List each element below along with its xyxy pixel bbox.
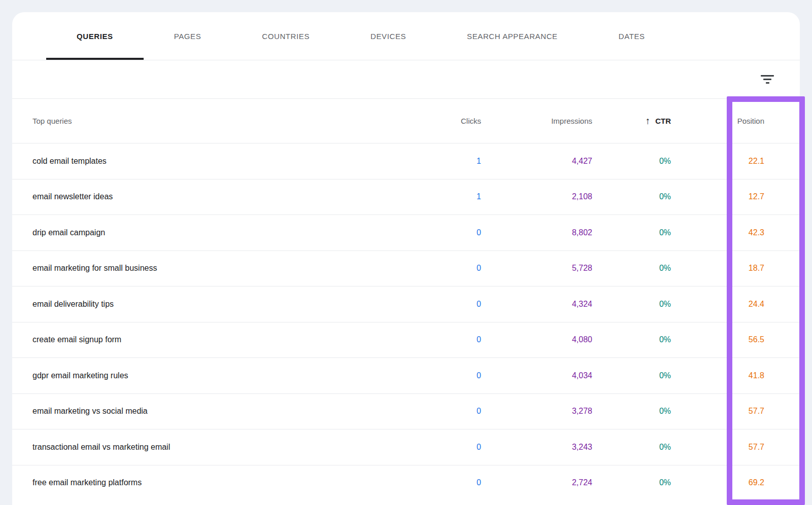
query-cell: transactional email vs marketing email xyxy=(12,443,380,452)
column-header-top-queries[interactable]: Top queries xyxy=(12,117,380,125)
clicks-cell: 0 xyxy=(380,264,481,273)
sort-ascending-icon: ↑ xyxy=(646,116,651,126)
table-row[interactable]: cold email templates 1 4,427 0% 22.1 xyxy=(12,143,800,179)
impressions-cell: 2,108 xyxy=(481,192,592,201)
table-row[interactable]: email deliverability tips 0 4,324 0% 24.… xyxy=(12,286,800,322)
table-row[interactable]: email marketing vs social media 0 3,278 … xyxy=(12,393,800,429)
ctr-cell: 0% xyxy=(592,371,671,380)
tab-devices[interactable]: DEVICES xyxy=(340,12,436,60)
table-row[interactable]: free email marketing platforms 0 2,724 0… xyxy=(12,465,800,501)
column-header-impressions[interactable]: Impressions xyxy=(481,117,592,125)
clicks-cell: 0 xyxy=(380,443,481,452)
tab-countries[interactable]: COUNTRIES xyxy=(231,12,340,60)
position-cell: 57.7 xyxy=(671,443,800,452)
table-row[interactable]: email newsletter ideas 1 2,108 0% 12.7 xyxy=(12,179,800,215)
column-header-ctr[interactable]: ↑ CTR xyxy=(592,116,671,126)
ctr-cell: 0% xyxy=(592,192,671,201)
ctr-cell: 0% xyxy=(592,443,671,452)
queries-table: Top queries Clicks Impressions ↑ CTR Pos… xyxy=(12,99,800,500)
clicks-cell: 0 xyxy=(380,407,481,416)
ctr-cell: 0% xyxy=(592,407,671,416)
tab-pages[interactable]: PAGES xyxy=(144,12,232,60)
filter-button[interactable] xyxy=(759,73,776,86)
position-cell: 56.5 xyxy=(671,335,800,344)
tab-queries[interactable]: QUERIES xyxy=(46,12,144,60)
ctr-header-label: CTR xyxy=(655,117,671,125)
clicks-cell: 0 xyxy=(380,335,481,344)
dimension-tab-bar: QUERIES PAGES COUNTRIES DEVICES SEARCH A… xyxy=(12,12,800,60)
ctr-cell: 0% xyxy=(592,335,671,344)
ctr-cell: 0% xyxy=(592,157,671,166)
column-header-clicks[interactable]: Clicks xyxy=(380,117,481,125)
impressions-cell: 2,724 xyxy=(481,478,592,487)
impressions-cell: 4,427 xyxy=(481,157,592,166)
table-row[interactable]: transactional email vs marketing email 0… xyxy=(12,429,800,465)
clicks-cell: 0 xyxy=(380,300,481,309)
query-cell: gdpr email marketing rules xyxy=(12,371,380,380)
ctr-cell: 0% xyxy=(592,264,671,273)
table-toolbar xyxy=(12,60,800,99)
performance-report-card: QUERIES PAGES COUNTRIES DEVICES SEARCH A… xyxy=(12,12,800,505)
table-header-row: Top queries Clicks Impressions ↑ CTR Pos… xyxy=(12,99,800,143)
tab-search-appearance[interactable]: SEARCH APPEARANCE xyxy=(436,12,588,60)
position-cell: 57.7 xyxy=(671,407,800,416)
impressions-cell: 3,243 xyxy=(481,443,592,452)
impressions-cell: 8,802 xyxy=(481,228,592,237)
position-cell: 24.4 xyxy=(671,300,800,309)
query-cell: email marketing for small business xyxy=(12,264,380,273)
ctr-cell: 0% xyxy=(592,300,671,309)
impressions-cell: 4,324 xyxy=(481,300,592,309)
filter-icon xyxy=(761,75,774,77)
table-row[interactable]: email marketing for small business 0 5,7… xyxy=(12,250,800,286)
impressions-cell: 4,034 xyxy=(481,371,592,380)
position-cell: 69.2 xyxy=(671,478,800,487)
clicks-cell: 0 xyxy=(380,371,481,380)
tab-dates[interactable]: DATES xyxy=(588,12,675,60)
table-body: cold email templates 1 4,427 0% 22.1 ema… xyxy=(12,143,800,500)
query-cell: create email signup form xyxy=(12,335,380,344)
column-header-position[interactable]: Position xyxy=(671,117,800,125)
query-cell: drip email campaign xyxy=(12,228,380,237)
ctr-cell: 0% xyxy=(592,478,671,487)
clicks-cell: 1 xyxy=(380,157,481,166)
position-cell: 41.8 xyxy=(671,371,800,380)
position-cell: 18.7 xyxy=(671,264,800,273)
query-cell: free email marketing platforms xyxy=(12,478,380,487)
table-row[interactable]: drip email campaign 0 8,802 0% 42.3 xyxy=(12,214,800,250)
clicks-cell: 0 xyxy=(380,478,481,487)
impressions-cell: 4,080 xyxy=(481,335,592,344)
query-cell: email deliverability tips xyxy=(12,300,380,309)
ctr-cell: 0% xyxy=(592,228,671,237)
table-row[interactable]: create email signup form 0 4,080 0% 56.5 xyxy=(12,322,800,358)
position-cell: 12.7 xyxy=(671,192,800,201)
position-cell: 22.1 xyxy=(671,157,800,166)
table-row[interactable]: gdpr email marketing rules 0 4,034 0% 41… xyxy=(12,357,800,393)
position-cell: 42.3 xyxy=(671,228,800,237)
query-cell: email marketing vs social media xyxy=(12,407,380,416)
impressions-cell: 5,728 xyxy=(481,264,592,273)
query-cell: email newsletter ideas xyxy=(12,192,380,201)
clicks-cell: 1 xyxy=(380,192,481,201)
query-cell: cold email templates xyxy=(12,157,380,166)
clicks-cell: 0 xyxy=(380,228,481,237)
impressions-cell: 3,278 xyxy=(481,407,592,416)
